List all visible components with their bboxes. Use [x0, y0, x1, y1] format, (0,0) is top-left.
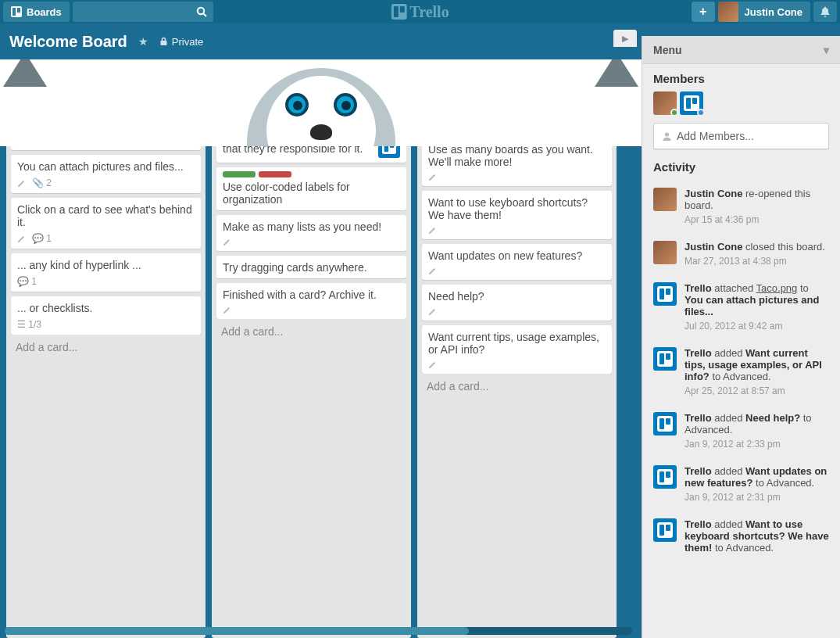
pencil-icon: [223, 238, 231, 246]
card[interactable]: Click on a card to see what's behind it.…: [11, 198, 201, 249]
activity-item: Trello added Need help? to Advanced.Jan …: [653, 404, 829, 457]
list: Intermediate◉Invite your team to this bo…: [212, 59, 411, 638]
global-header: Boards Trello + Justin Cone: [0, 0, 840, 23]
activity-text: Trello added Want current tips, usage ex…: [685, 347, 829, 396]
search-icon: [196, 6, 207, 17]
card[interactable]: Finished with a card? Archive it.: [216, 283, 406, 319]
svg-rect-14: [692, 98, 697, 104]
card-text: Try dragging cards anywhere.: [223, 261, 400, 274]
activity-time: Jan 9, 2012 at 2:31 pm: [685, 492, 829, 503]
card[interactable]: You can attach pictures and files...📎 2: [11, 155, 201, 193]
scrollbar-thumb[interactable]: [5, 627, 469, 635]
card[interactable]: Want current tips, usage examples, or AP…: [422, 325, 612, 374]
svg-rect-21: [666, 353, 670, 360]
sidebar: Menu ▾ Members Add Members... Activity J…: [642, 36, 840, 638]
boards-button[interactable]: Boards: [3, 2, 70, 22]
trello-logo-icon: [391, 4, 406, 20]
add-card-button[interactable]: Add a card...: [11, 335, 201, 357]
card[interactable]: Use color-coded labels for organization: [216, 167, 406, 210]
card-text: You can attach pictures and files...: [17, 160, 195, 173]
member-avatars: [653, 91, 829, 115]
card[interactable]: ... any kind of hyperlink ...💬 1: [11, 253, 201, 292]
pencil-icon: [428, 307, 437, 316]
card[interactable]: ... or checklists.☰ 1/3: [11, 296, 201, 335]
activity-item: Justin Cone re-opened this board.Apr 15 …: [653, 180, 829, 233]
user-name-label: Justin Cone: [745, 6, 802, 18]
create-button[interactable]: +: [692, 2, 715, 22]
bell-icon: [819, 5, 831, 18]
card[interactable]: Want updates on new features?: [422, 244, 612, 280]
card[interactable]: Want to use keyboard shortcuts? We have …: [422, 191, 612, 239]
pencil-icon: [428, 360, 437, 369]
user-menu[interactable]: Justin Cone: [718, 2, 810, 22]
activity-time: Mar 27, 2013 at 4:38 pm: [685, 256, 825, 267]
svg-rect-20: [659, 353, 664, 364]
pencil-icon: [428, 267, 437, 275]
boards-button-label: Boards: [27, 6, 62, 18]
activity-section-header: Activity: [642, 152, 840, 180]
activity-avatar: [653, 241, 677, 264]
pencil-icon: [223, 306, 231, 314]
card-text: Use color-coded labels for organization: [223, 181, 400, 206]
svg-line-4: [203, 14, 206, 17]
card-text: Click on a card to see what's behind it.: [17, 203, 195, 228]
activity-item: Justin Cone closed this board.Mar 27, 20…: [653, 233, 829, 274]
activity-time: Jan 9, 2012 at 2:33 pm: [685, 439, 829, 450]
activity-text: Trello attached Taco.png to You can atta…: [685, 282, 829, 332]
activity-text: Justin Cone re-opened this board.Apr 15 …: [685, 188, 829, 225]
card[interactable]: Make as many lists as you need!: [216, 215, 406, 251]
board-canvas: Basics◉Welcome to Trello!This is a card.…: [0, 59, 642, 638]
card-text: Want current tips, usage examples, or AP…: [428, 331, 606, 356]
svg-rect-29: [659, 525, 664, 536]
show-sidebar-tab[interactable]: ▶: [613, 30, 637, 47]
card-cover-image: [11, 84, 201, 146]
board-name[interactable]: Welcome Board: [9, 33, 127, 51]
members-section: Members Add Members...: [642, 64, 840, 152]
activity-avatar: [653, 518, 677, 542]
add-members-button[interactable]: Add Members...: [653, 123, 829, 149]
board-visibility[interactable]: Private: [159, 36, 203, 48]
pencil-icon: [428, 173, 437, 181]
activity-list: Justin Cone re-opened this board.Apr 15 …: [642, 180, 840, 638]
add-card-button[interactable]: Add a card...: [216, 319, 406, 341]
activity-time: Apr 25, 2012 at 8:57 am: [685, 385, 829, 396]
card-text: ... any kind of hyperlink ...: [17, 259, 195, 271]
svg-rect-2: [17, 8, 20, 13]
star-board-button[interactable]: ★: [138, 35, 148, 48]
card[interactable]: Need help?: [422, 285, 612, 321]
svg-rect-24: [666, 418, 670, 425]
add-card-button[interactable]: Add a card...: [422, 374, 612, 396]
member-avatar[interactable]: [653, 91, 677, 115]
boards-icon: [11, 6, 22, 17]
activity-avatar: [653, 188, 677, 211]
activity-text: Trello added Need help? to Advanced.Jan …: [685, 412, 829, 450]
svg-point-15: [665, 132, 669, 136]
svg-rect-26: [659, 471, 664, 482]
list: Basics◉Welcome to Trello!This is a card.…: [6, 59, 206, 638]
activity-heading: Activity: [653, 160, 829, 174]
comment-badge: 💬 1: [17, 276, 37, 287]
search-input[interactable]: [73, 2, 213, 22]
pencil-icon: [428, 226, 437, 235]
checklist-badge: ☰ 1/3: [17, 319, 41, 330]
horizontal-scrollbar[interactable]: [5, 627, 632, 635]
members-heading: Members: [653, 72, 829, 85]
svg-rect-23: [659, 418, 664, 429]
card-text: Need help?: [428, 290, 606, 303]
comment-badge: 💬 1: [32, 233, 52, 244]
svg-rect-17: [659, 289, 664, 299]
activity-avatar: [653, 347, 677, 371]
trello-icon: [684, 95, 699, 111]
notifications-button[interactable]: [813, 2, 837, 22]
header-right: + Justin Cone: [692, 2, 837, 22]
trello-logo: Trello: [391, 3, 449, 21]
svg-rect-1: [13, 8, 16, 16]
card-label: [259, 171, 291, 177]
card[interactable]: Try dragging cards anywhere.: [216, 256, 406, 278]
member-avatar[interactable]: [680, 91, 703, 115]
svg-rect-27: [666, 471, 670, 478]
activity-avatar: [653, 412, 677, 435]
sidebar-menu-header[interactable]: Menu ▾: [642, 36, 840, 64]
card-labels: [223, 171, 400, 177]
card-text: Finished with a card? Archive it.: [223, 289, 400, 301]
